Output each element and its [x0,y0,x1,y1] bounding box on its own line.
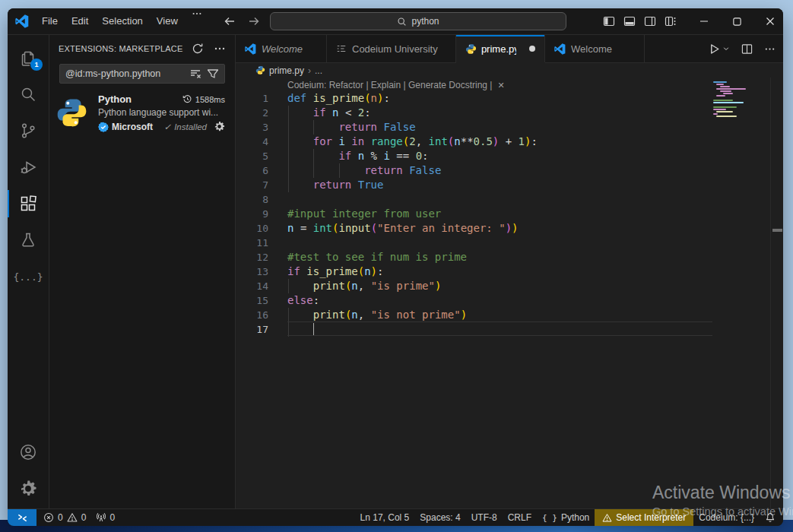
codeium-status[interactable]: Codeium: {...} [693,509,760,526]
code-line-8[interactable]: 8 [236,192,713,207]
maximize-icon[interactable] [732,17,742,27]
line-number[interactable]: 9 [236,207,268,221]
code-line-16[interactable]: 16 print(n, "is not prime") [236,308,713,322]
ports-status[interactable]: 0 [90,512,115,523]
line-text[interactable]: def is_prime(n): [287,91,390,106]
eol-status[interactable]: CRLF [503,509,537,526]
line-text[interactable]: print(n, "is not prime") [287,308,467,322]
activity-testing[interactable] [8,222,49,258]
code-line-2[interactable]: 2 if n < 2: [236,106,713,120]
toggle-secondary-sidebar-icon[interactable] [644,15,656,27]
code-editor[interactable]: Codeium: Refactor | Explain | Generate D… [236,78,783,508]
activity-extensions[interactable] [8,185,49,222]
refresh-icon[interactable] [192,43,204,55]
line-number[interactable]: 3 [236,120,268,135]
line-text[interactable]: if is_prime(n): [287,264,383,279]
line-text[interactable]: n = int(input("Enter an integer: ")) [287,221,519,236]
run-python-file-button[interactable] [708,43,730,55]
code-line-13[interactable]: 13if is_prime(n): [236,264,713,279]
line-text[interactable]: #test to see if num is prime [287,250,467,264]
code-line-3[interactable]: 3 return False [236,120,713,135]
line-number[interactable]: 7 [236,178,268,192]
breadcrumb-file[interactable]: prime.py [269,65,304,76]
notifications-button[interactable] [760,509,783,526]
extension-manage-gear-icon[interactable] [214,121,225,132]
activity-search[interactable] [8,76,49,112]
code-line-7[interactable]: 7 return True [236,178,713,192]
cursor-position-status[interactable]: Ln 17, Col 5 [355,509,415,526]
line-text[interactable]: if n % i == 0: [287,149,429,163]
line-number[interactable]: 8 [236,192,268,207]
line-number[interactable]: 12 [236,250,268,264]
remote-indicator-button[interactable] [8,509,36,526]
line-number[interactable]: 10 [236,221,268,236]
code-line-15[interactable]: 15else: [236,293,713,308]
activity-account[interactable] [8,434,49,470]
editor-more-icon[interactable] [764,43,776,55]
code-line-14[interactable]: 14 print(n, "is prime") [236,279,713,293]
menu-more-icon[interactable] [185,8,209,34]
code-line-12[interactable]: 12#test to see if num is prime [236,250,713,264]
code-line-6[interactable]: 6 return False [236,163,713,178]
close-icon[interactable] [765,16,776,27]
tab-welcome-2[interactable]: Welcome [545,35,645,62]
line-number[interactable]: 14 [236,279,268,293]
activity-source-control[interactable] [8,112,49,149]
forward-arrow-icon[interactable] [248,15,260,27]
code-line-17[interactable]: 17 [236,322,713,337]
line-number[interactable]: 2 [236,106,268,120]
indentation-status[interactable]: Spaces: 4 [414,509,465,526]
line-number[interactable]: 4 [236,135,268,149]
code-line-9[interactable]: 9#input integer from user [236,207,713,221]
problems-status[interactable]: 0 0 0 [36,509,115,526]
unsaved-dot-icon[interactable] [529,46,535,52]
line-number[interactable]: 16 [236,308,268,322]
code-line-10[interactable]: 10n = int(input("Enter an integer: ")) [236,221,713,236]
extension-list-item-python[interactable]: Python 1588ms Python language support wi… [49,93,235,132]
breadcrumb-more[interactable]: ... [315,65,322,76]
more-actions-icon[interactable] [214,43,226,55]
code-line-1[interactable]: 1def is_prime(n): [236,91,713,106]
menu-edit[interactable]: Edit [65,8,95,34]
language-mode-status[interactable]: { } Python [537,509,595,526]
line-text[interactable]: print(n, "is prime") [287,279,441,293]
code-line-11[interactable]: 11 [236,236,713,250]
menu-selection[interactable]: Selection [95,8,149,34]
line-number[interactable]: 17 [236,322,268,337]
line-text[interactable]: return True [287,178,383,192]
line-number[interactable]: 11 [236,236,268,250]
toggle-panel-icon[interactable] [623,15,636,27]
line-text[interactable]: if n < 2: [287,106,371,120]
code-line-4[interactable]: 4 for i in range(2, int(n**0.5) + 1): [236,135,713,149]
tab-codeium-university[interactable]: Codeium University [327,35,456,62]
line-text[interactable]: return False [287,163,441,178]
encoding-status[interactable]: UTF-8 [466,509,503,526]
extensions-search-input[interactable]: @id:ms-python.python [59,64,225,84]
toggle-sidebar-icon[interactable] [603,15,615,27]
tab-prime-py[interactable]: prime.py [456,35,545,62]
command-center-search[interactable]: python [270,12,566,30]
line-text[interactable]: for i in range(2, int(n**0.5) + 1): [287,135,538,149]
split-editor-icon[interactable] [741,43,753,55]
tab-welcome-1[interactable]: Welcome [236,35,327,62]
line-text[interactable]: return False [287,120,416,135]
minimize-icon[interactable] [699,16,709,27]
select-interpreter-warning[interactable]: Select Interpreter [595,509,693,526]
line-number[interactable]: 15 [236,293,268,308]
customize-layout-icon[interactable] [665,15,677,27]
back-arrow-icon[interactable] [224,15,236,27]
line-number[interactable]: 5 [236,149,268,163]
activity-settings[interactable] [8,470,49,507]
line-number[interactable]: 1 [236,91,268,106]
line-number[interactable]: 13 [236,264,268,279]
minimap[interactable] [713,81,769,120]
activity-run-debug[interactable] [8,149,49,185]
code-line-5[interactable]: 5 if n % i == 0: [236,149,713,163]
line-number[interactable]: 6 [236,163,268,178]
clear-filter-icon[interactable] [189,68,201,80]
menu-file[interactable]: File [35,8,65,34]
line-text[interactable]: #input integer from user [287,207,441,221]
activity-explorer[interactable]: 1 [8,40,49,76]
menu-view[interactable]: View [150,8,185,34]
filter-icon[interactable] [207,68,219,80]
